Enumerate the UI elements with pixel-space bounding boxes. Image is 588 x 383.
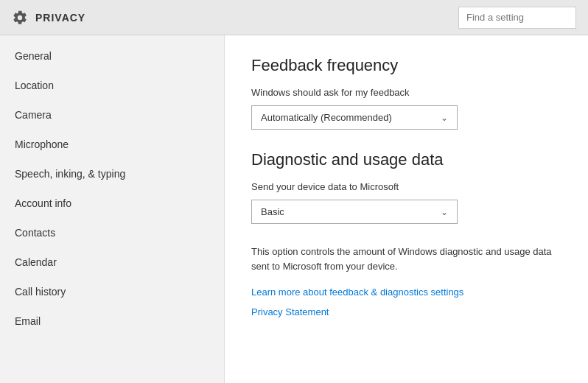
layout: General Location Camera Microphone Speec… (0, 35, 588, 383)
diagnostic-data-dropdown-value: Basic (261, 206, 284, 217)
sidebar-item-email[interactable]: Email (0, 306, 224, 336)
sidebar-item-account-info[interactable]: Account info (0, 189, 224, 218)
diagnostic-data-dropdown[interactable]: Basic ⌄ (251, 200, 458, 224)
sidebar-item-general[interactable]: General (0, 41, 224, 71)
feedback-frequency-dropdown[interactable]: Automatically (Recommended) ⌄ (251, 105, 458, 130)
sidebar-item-call-history[interactable]: Call history (0, 277, 224, 306)
sidebar-item-label: Contacts (15, 227, 55, 239)
search-input[interactable] (458, 7, 576, 29)
diagnostic-data-title: Diagnostic and usage data (251, 150, 561, 169)
diagnostic-data-label: Send your device data to Microsoft (251, 181, 561, 192)
sidebar-item-label: Email (15, 315, 41, 327)
sidebar-item-location[interactable]: Location (0, 71, 224, 100)
feedback-frequency-title: Feedback frequency (251, 56, 561, 75)
sidebar-item-label: Microphone (15, 138, 69, 150)
sidebar-item-label: Camera (15, 109, 52, 121)
sidebar-item-label: Account info (15, 197, 71, 209)
header: PRIVACY (0, 0, 588, 35)
sidebar-item-microphone[interactable]: Microphone (0, 130, 224, 159)
diagnostic-description: This option controls the amount of Windo… (251, 245, 561, 273)
feedback-frequency-label: Windows should ask for my feedback (251, 87, 561, 98)
diagnostic-data-section: Diagnostic and usage data Send your devi… (251, 150, 561, 317)
learn-more-link[interactable]: Learn more about feedback & diagnostics … (251, 287, 561, 298)
gear-icon (12, 10, 28, 26)
sidebar-item-label: General (15, 50, 52, 62)
chevron-down-icon: ⌄ (441, 207, 448, 217)
privacy-statement-link[interactable]: Privacy Statement (251, 306, 561, 317)
chevron-down-icon: ⌄ (441, 113, 448, 123)
sidebar-item-label: Call history (15, 286, 66, 298)
sidebar: General Location Camera Microphone Speec… (0, 35, 225, 383)
sidebar-item-calendar[interactable]: Calendar (0, 247, 224, 277)
sidebar-item-label: Speech, inking, & typing (15, 168, 125, 180)
sidebar-item-speech[interactable]: Speech, inking, & typing (0, 159, 224, 189)
sidebar-item-label: Calendar (15, 256, 57, 268)
main-content: Feedback frequency Windows should ask fo… (225, 35, 588, 383)
sidebar-item-camera[interactable]: Camera (0, 100, 224, 130)
feedback-frequency-section: Feedback frequency Windows should ask fo… (251, 56, 561, 130)
feedback-frequency-dropdown-value: Automatically (Recommended) (261, 112, 392, 123)
sidebar-item-label: Location (15, 80, 54, 91)
header-title: PRIVACY (35, 12, 451, 24)
sidebar-item-contacts[interactable]: Contacts (0, 218, 224, 247)
